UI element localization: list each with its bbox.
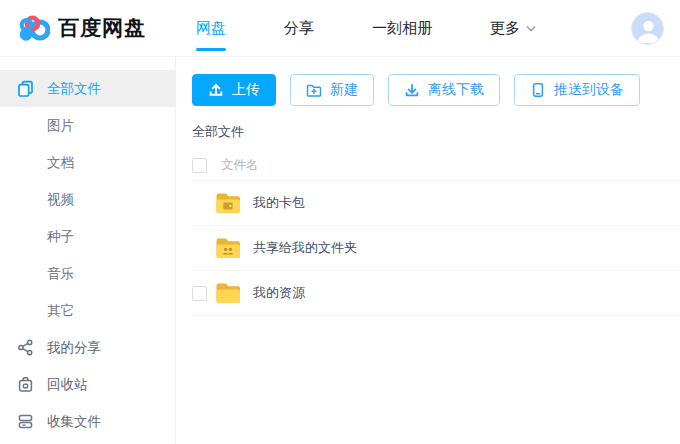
sidebar-item-collect-files[interactable]: 收集文件 [0,403,175,440]
trash-icon [17,376,34,393]
user-avatar[interactable] [631,12,664,45]
folder-card-icon [215,192,241,214]
sidebar: 全部文件 图片 文档 视频 种子 音乐 其它 我的分享 [0,57,176,444]
table-row[interactable]: 我的资源 [192,271,680,316]
files-icon [17,80,34,97]
sidebar-item-others[interactable]: 其它 [0,292,175,329]
sidebar-item-videos[interactable]: 视频 [0,181,175,218]
baidu-netdisk-logo-icon [18,12,50,44]
app-logo[interactable]: 百度网盘 [0,12,196,44]
share-icon [17,339,34,356]
offline-download-button[interactable]: 离线下载 [388,74,500,106]
device-icon [530,82,546,98]
sidebar-item-pictures[interactable]: 图片 [0,107,175,144]
new-folder-button[interactable]: 新建 [290,74,374,106]
chevron-down-icon [526,25,536,32]
upload-button[interactable]: 上传 [192,74,276,106]
filename-column-header: 文件名 [221,157,259,174]
sidebar-item-documents[interactable]: 文档 [0,144,175,181]
sidebar-item-recycle-bin[interactable]: 回收站 [0,366,175,403]
main-content: 上传 新建 离线下载 推送到 [176,57,680,444]
nav-tab-netdisk[interactable]: 网盘 [196,13,226,44]
toolbar: 上传 新建 离线下载 推送到 [192,74,680,106]
file-name[interactable]: 共享给我的文件夹 [253,239,357,257]
sidebar-item-music[interactable]: 音乐 [0,255,175,292]
table-row[interactable]: 我的卡包 [192,181,680,226]
file-list-header: 文件名 [192,151,680,181]
sidebar-item-all-files[interactable]: 全部文件 [0,70,175,107]
sidebar-item-torrents[interactable]: 种子 [0,218,175,255]
select-all-checkbox[interactable] [192,158,207,173]
download-icon [404,82,420,98]
file-name[interactable]: 我的卡包 [253,194,305,212]
folder-shared-icon [215,237,241,259]
folder-icon [215,282,241,304]
nav-tab-share[interactable]: 分享 [284,13,314,44]
nav-tab-more[interactable]: 更多 [490,13,536,44]
push-to-device-button[interactable]: 推送到设备 [514,74,640,106]
nav-tab-photos[interactable]: 一刻相册 [372,13,432,44]
file-name[interactable]: 我的资源 [253,284,305,302]
sidebar-item-my-shares[interactable]: 我的分享 [0,329,175,366]
top-header: 百度网盘 网盘 分享 一刻相册 更多 [0,0,680,57]
person-icon [632,13,664,45]
collect-icon [17,413,34,430]
folder-plus-icon [306,82,322,98]
row-checkbox[interactable] [192,286,207,301]
active-tab-underline [196,48,226,51]
app-title: 百度网盘 [58,14,146,42]
main-nav: 网盘 分享 一刻相册 更多 [196,13,536,44]
upload-icon [208,82,224,98]
table-row[interactable]: 共享给我的文件夹 [192,226,680,271]
breadcrumb[interactable]: 全部文件 [192,123,680,141]
